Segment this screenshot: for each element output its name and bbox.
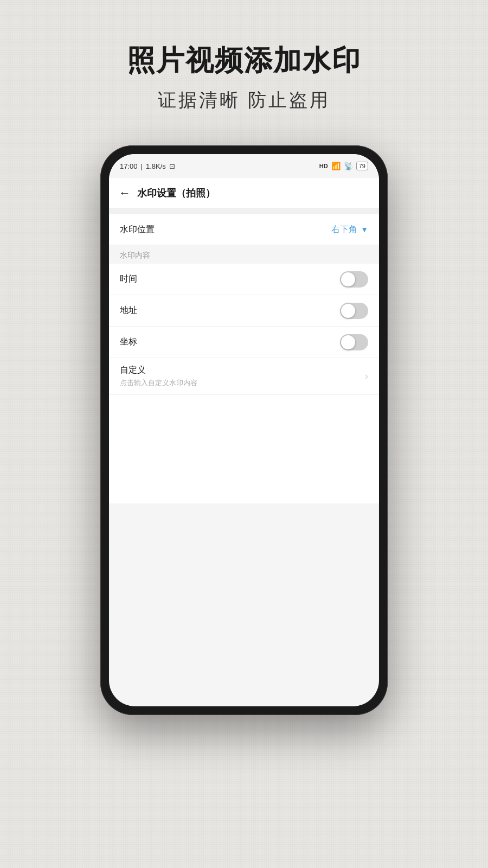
time-row[interactable]: 时间 bbox=[109, 264, 379, 295]
wifi-icon: 📡 bbox=[344, 162, 353, 170]
coordinates-label: 坐标 bbox=[120, 336, 137, 348]
status-right: HD 📶 📡 79 bbox=[319, 162, 368, 170]
network-speed: 1.8K/s bbox=[146, 162, 166, 170]
back-button[interactable]: ← bbox=[119, 186, 131, 200]
phone-outer: 17:00 | 1.8K/s ⊡ HD 📶 📡 79 ← 水印设置（拍照） bbox=[100, 145, 388, 715]
coordinates-toggle[interactable] bbox=[340, 334, 368, 350]
time-toggle-knob bbox=[341, 272, 355, 286]
watermark-position-text: 右下角 bbox=[331, 224, 357, 235]
status-bar: 17:00 | 1.8K/s ⊡ HD 📶 📡 79 bbox=[109, 154, 379, 178]
phone-mockup: 17:00 | 1.8K/s ⊡ HD 📶 📡 79 ← 水印设置（拍照） bbox=[100, 145, 388, 715]
custom-row[interactable]: 自定义 点击输入自定义水印内容 › bbox=[109, 358, 379, 395]
address-toggle-knob bbox=[341, 304, 355, 318]
watermark-position-value[interactable]: 右下角 ▼ bbox=[331, 224, 368, 235]
hd-badge: HD bbox=[319, 163, 328, 169]
content-area: 水印位置 右下角 ▼ 水印内容 时间 bbox=[109, 208, 379, 503]
nav-bar: ← 水印设置（拍照） bbox=[109, 178, 379, 208]
separator: | bbox=[141, 162, 143, 170]
phone-bottom-space bbox=[109, 395, 379, 503]
address-label: 地址 bbox=[120, 305, 137, 316]
main-title: 照片视频添加水印 bbox=[127, 43, 361, 77]
coordinates-toggle-knob bbox=[341, 335, 355, 349]
time-display: 17:00 bbox=[120, 162, 138, 170]
address-toggle[interactable] bbox=[340, 303, 368, 319]
custom-subtitle: 点击输入自定义水印内容 bbox=[120, 378, 197, 388]
phone-inner: 17:00 | 1.8K/s ⊡ HD 📶 📡 79 ← 水印设置（拍照） bbox=[109, 154, 379, 706]
watermark-position-section: 水印位置 右下角 ▼ bbox=[109, 214, 379, 245]
watermark-content-section: 时间 地址 坐标 bbox=[109, 264, 379, 395]
custom-label: 自定义 bbox=[120, 365, 197, 376]
status-left: 17:00 | 1.8K/s ⊡ bbox=[120, 162, 175, 170]
time-label: 时间 bbox=[120, 273, 137, 285]
sub-title: 证据清晰 防止盗用 bbox=[127, 88, 361, 113]
address-row[interactable]: 地址 bbox=[109, 295, 379, 327]
battery-display: 79 bbox=[356, 162, 368, 170]
watermark-position-label: 水印位置 bbox=[120, 224, 155, 235]
coordinates-row[interactable]: 坐标 bbox=[109, 327, 379, 358]
time-toggle[interactable] bbox=[340, 271, 368, 288]
chevron-down-icon: ▼ bbox=[361, 225, 368, 234]
watermark-content-header: 水印内容 bbox=[109, 245, 379, 264]
nav-title: 水印设置（拍照） bbox=[137, 187, 215, 200]
watermark-position-row[interactable]: 水印位置 右下角 ▼ bbox=[109, 214, 379, 245]
chevron-right-icon: › bbox=[365, 371, 368, 382]
data-icon: ⊡ bbox=[169, 162, 175, 170]
custom-row-left: 自定义 点击输入自定义水印内容 bbox=[120, 365, 197, 388]
signal-icon: 📶 bbox=[331, 162, 341, 170]
